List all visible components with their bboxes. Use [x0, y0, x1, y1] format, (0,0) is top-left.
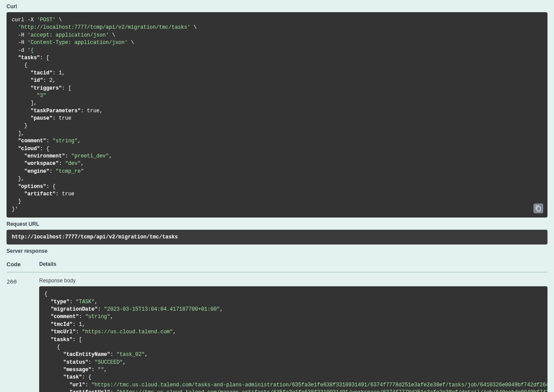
request-url-box: http://localhost:7777/tcmp/api/v2/migrat… [7, 230, 547, 245]
response-code: 200 [7, 278, 39, 285]
clipboard-icon [535, 205, 541, 211]
code-header: Code [7, 261, 39, 268]
response-body-block[interactable]: { "type": "TASK", "migrationDate": "2023… [39, 286, 547, 392]
curl-label: Curl [7, 3, 547, 10]
curl-code-block: curl -X 'POST' \ 'http://localhost:7777/… [7, 12, 547, 218]
details-header: Details [39, 261, 56, 268]
request-url-label: Request URL [7, 221, 547, 227]
response-table-header: Code Details [7, 257, 547, 272]
server-response-label: Server response [7, 248, 547, 254]
copy-curl-button[interactable] [534, 204, 543, 213]
response-body-label: Response body [39, 278, 547, 284]
